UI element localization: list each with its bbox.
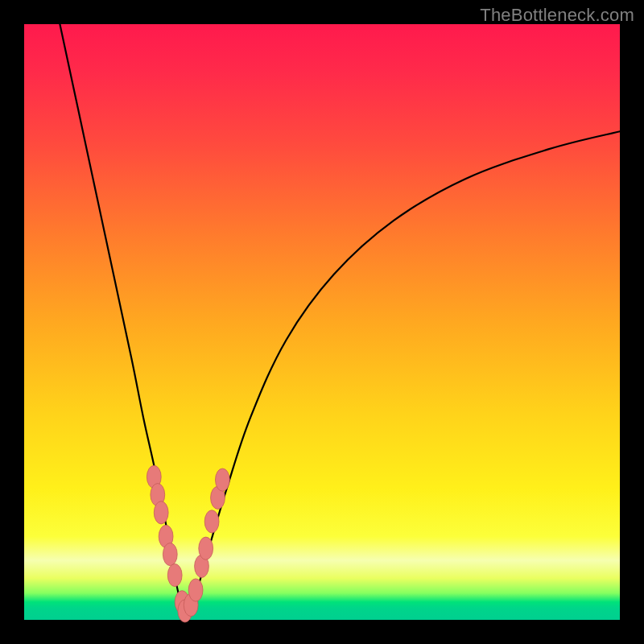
bead-right-6 xyxy=(216,469,230,491)
bead-right-3 xyxy=(199,537,213,559)
bead-left-2 xyxy=(154,502,168,524)
bead-group xyxy=(147,465,229,622)
right-branch-path xyxy=(185,131,620,613)
watermark-text: TheBottleneck.com xyxy=(480,5,634,26)
bead-right-1 xyxy=(188,579,203,601)
bead-right-4 xyxy=(204,510,219,533)
bead-left-4 xyxy=(163,543,177,566)
bead-left-5 xyxy=(167,564,182,586)
chart-frame: TheBottleneck.com xyxy=(0,0,644,644)
curve-layer xyxy=(24,24,620,620)
plot-area xyxy=(24,24,620,620)
